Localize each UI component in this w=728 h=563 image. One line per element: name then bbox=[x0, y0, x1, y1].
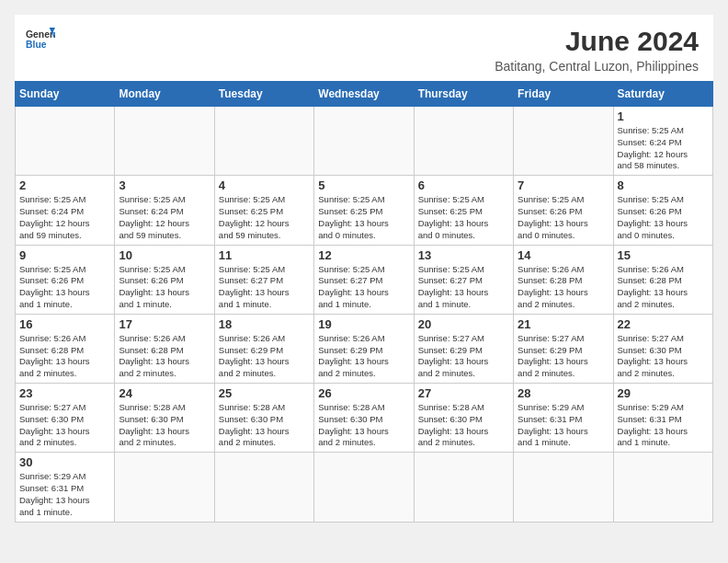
calendar-cell: 2Sunrise: 5:25 AMSunset: 6:24 PMDaylight… bbox=[16, 176, 115, 245]
day-number: 16 bbox=[19, 317, 110, 331]
calendar-cell bbox=[115, 107, 214, 176]
calendar-cell: 6Sunrise: 5:25 AMSunset: 6:25 PMDaylight… bbox=[414, 176, 513, 245]
calendar-cell: 13Sunrise: 5:25 AMSunset: 6:27 PMDayligh… bbox=[414, 245, 513, 314]
calendar-cell: 15Sunrise: 5:26 AMSunset: 6:28 PMDayligh… bbox=[613, 245, 712, 314]
day-number: 30 bbox=[19, 455, 110, 469]
calendar-cell: 11Sunrise: 5:25 AMSunset: 6:27 PMDayligh… bbox=[214, 245, 313, 314]
calendar-cell bbox=[314, 453, 414, 522]
day-info: Sunrise: 5:28 AMSunset: 6:30 PMDaylight:… bbox=[219, 402, 310, 449]
calendar-cell: 28Sunrise: 5:29 AMSunset: 6:31 PMDayligh… bbox=[514, 384, 613, 453]
day-number: 20 bbox=[418, 317, 509, 331]
calendar-cell: 27Sunrise: 5:28 AMSunset: 6:30 PMDayligh… bbox=[414, 384, 513, 453]
day-info: Sunrise: 5:25 AMSunset: 6:26 PMDaylight:… bbox=[119, 264, 210, 311]
weekday-header-monday: Monday bbox=[115, 82, 214, 107]
day-info: Sunrise: 5:25 AMSunset: 6:27 PMDaylight:… bbox=[219, 264, 310, 311]
generalblue-logo-icon: General Blue bbox=[26, 26, 55, 52]
day-info: Sunrise: 5:29 AMSunset: 6:31 PMDaylight:… bbox=[19, 471, 110, 518]
calendar-cell: 14Sunrise: 5:26 AMSunset: 6:28 PMDayligh… bbox=[514, 245, 613, 314]
day-info: Sunrise: 5:25 AMSunset: 6:24 PMDaylight:… bbox=[19, 194, 110, 241]
day-info: Sunrise: 5:26 AMSunset: 6:29 PMDaylight:… bbox=[219, 333, 310, 380]
weekday-header-saturday: Saturday bbox=[613, 82, 712, 107]
calendar-week-row: 1Sunrise: 5:25 AMSunset: 6:24 PMDaylight… bbox=[16, 107, 713, 176]
day-number: 17 bbox=[119, 317, 210, 331]
calendar-cell bbox=[214, 107, 313, 176]
day-number: 14 bbox=[518, 248, 609, 262]
logo: General Blue bbox=[26, 26, 55, 52]
day-info: Sunrise: 5:25 AMSunset: 6:25 PMDaylight:… bbox=[219, 194, 310, 241]
calendar-page: General Blue June 2024 Batitang, Central… bbox=[15, 15, 713, 523]
calendar-cell: 16Sunrise: 5:26 AMSunset: 6:28 PMDayligh… bbox=[16, 314, 115, 383]
day-number: 4 bbox=[219, 178, 310, 192]
svg-text:General: General bbox=[26, 29, 55, 40]
calendar-cell: 20Sunrise: 5:27 AMSunset: 6:29 PMDayligh… bbox=[414, 314, 513, 383]
day-info: Sunrise: 5:26 AMSunset: 6:28 PMDaylight:… bbox=[618, 264, 709, 311]
day-info: Sunrise: 5:28 AMSunset: 6:30 PMDaylight:… bbox=[418, 402, 509, 449]
weekday-header-sunday: Sunday bbox=[16, 82, 115, 107]
day-info: Sunrise: 5:27 AMSunset: 6:29 PMDaylight:… bbox=[518, 333, 609, 380]
day-info: Sunrise: 5:25 AMSunset: 6:24 PMDaylight:… bbox=[618, 125, 709, 172]
calendar-cell bbox=[16, 107, 115, 176]
day-number: 25 bbox=[219, 386, 310, 400]
weekday-header-friday: Friday bbox=[514, 82, 613, 107]
calendar-cell: 1Sunrise: 5:25 AMSunset: 6:24 PMDaylight… bbox=[613, 107, 712, 176]
day-number: 28 bbox=[518, 386, 609, 400]
title-block: June 2024 Batitang, Central Luzon, Phili… bbox=[495, 26, 699, 74]
day-info: Sunrise: 5:27 AMSunset: 6:30 PMDaylight:… bbox=[618, 333, 709, 380]
day-info: Sunrise: 5:28 AMSunset: 6:30 PMDaylight:… bbox=[318, 402, 409, 449]
calendar-cell: 3Sunrise: 5:25 AMSunset: 6:24 PMDaylight… bbox=[115, 176, 214, 245]
calendar-cell bbox=[414, 107, 513, 176]
calendar-cell: 8Sunrise: 5:25 AMSunset: 6:26 PMDaylight… bbox=[613, 176, 712, 245]
calendar-cell bbox=[214, 453, 313, 522]
calendar-cell bbox=[514, 107, 613, 176]
day-info: Sunrise: 5:29 AMSunset: 6:31 PMDaylight:… bbox=[518, 402, 609, 449]
calendar-cell bbox=[115, 453, 214, 522]
calendar-cell: 25Sunrise: 5:28 AMSunset: 6:30 PMDayligh… bbox=[214, 384, 313, 453]
calendar-cell: 29Sunrise: 5:29 AMSunset: 6:31 PMDayligh… bbox=[613, 384, 712, 453]
day-number: 29 bbox=[618, 386, 709, 400]
day-info: Sunrise: 5:25 AMSunset: 6:27 PMDaylight:… bbox=[418, 264, 509, 311]
day-number: 5 bbox=[318, 178, 409, 192]
calendar-cell: 18Sunrise: 5:26 AMSunset: 6:29 PMDayligh… bbox=[214, 314, 313, 383]
day-number: 7 bbox=[518, 178, 609, 192]
calendar-cell: 30Sunrise: 5:29 AMSunset: 6:31 PMDayligh… bbox=[16, 453, 115, 522]
weekday-header-thursday: Thursday bbox=[414, 82, 513, 107]
day-number: 19 bbox=[318, 317, 409, 331]
day-info: Sunrise: 5:29 AMSunset: 6:31 PMDaylight:… bbox=[618, 402, 709, 449]
day-info: Sunrise: 5:26 AMSunset: 6:29 PMDaylight:… bbox=[318, 333, 409, 380]
calendar-cell: 23Sunrise: 5:27 AMSunset: 6:30 PMDayligh… bbox=[16, 384, 115, 453]
day-info: Sunrise: 5:27 AMSunset: 6:30 PMDaylight:… bbox=[19, 402, 110, 449]
calendar-cell: 12Sunrise: 5:25 AMSunset: 6:27 PMDayligh… bbox=[314, 245, 414, 314]
svg-text:Blue: Blue bbox=[26, 40, 47, 50]
day-number: 1 bbox=[618, 109, 709, 123]
calendar-cell bbox=[414, 453, 513, 522]
day-number: 10 bbox=[119, 248, 210, 262]
day-info: Sunrise: 5:26 AMSunset: 6:28 PMDaylight:… bbox=[119, 333, 210, 380]
calendar-cell bbox=[314, 107, 414, 176]
day-info: Sunrise: 5:25 AMSunset: 6:27 PMDaylight:… bbox=[318, 264, 409, 311]
day-number: 24 bbox=[119, 386, 210, 400]
day-number: 13 bbox=[418, 248, 509, 262]
day-info: Sunrise: 5:25 AMSunset: 6:26 PMDaylight:… bbox=[518, 194, 609, 241]
calendar-week-row: 30Sunrise: 5:29 AMSunset: 6:31 PMDayligh… bbox=[16, 453, 713, 522]
day-number: 3 bbox=[119, 178, 210, 192]
day-number: 27 bbox=[418, 386, 509, 400]
weekday-header-wednesday: Wednesday bbox=[314, 82, 414, 107]
calendar-cell: 9Sunrise: 5:25 AMSunset: 6:26 PMDaylight… bbox=[16, 245, 115, 314]
weekday-header-tuesday: Tuesday bbox=[214, 82, 313, 107]
calendar-cell: 10Sunrise: 5:25 AMSunset: 6:26 PMDayligh… bbox=[115, 245, 214, 314]
day-number: 11 bbox=[219, 248, 310, 262]
day-number: 8 bbox=[618, 178, 709, 192]
day-info: Sunrise: 5:25 AMSunset: 6:25 PMDaylight:… bbox=[418, 194, 509, 241]
calendar-cell: 22Sunrise: 5:27 AMSunset: 6:30 PMDayligh… bbox=[613, 314, 712, 383]
day-number: 26 bbox=[318, 386, 409, 400]
day-info: Sunrise: 5:28 AMSunset: 6:30 PMDaylight:… bbox=[119, 402, 210, 449]
calendar-week-row: 23Sunrise: 5:27 AMSunset: 6:30 PMDayligh… bbox=[16, 384, 713, 453]
calendar-cell: 24Sunrise: 5:28 AMSunset: 6:30 PMDayligh… bbox=[115, 384, 214, 453]
calendar-cell: 21Sunrise: 5:27 AMSunset: 6:29 PMDayligh… bbox=[514, 314, 613, 383]
day-info: Sunrise: 5:25 AMSunset: 6:26 PMDaylight:… bbox=[618, 194, 709, 241]
day-number: 22 bbox=[618, 317, 709, 331]
day-info: Sunrise: 5:26 AMSunset: 6:28 PMDaylight:… bbox=[518, 264, 609, 311]
month-year-title: June 2024 bbox=[495, 26, 699, 57]
day-number: 9 bbox=[19, 248, 110, 262]
weekday-header-row: SundayMondayTuesdayWednesdayThursdayFrid… bbox=[16, 82, 713, 107]
